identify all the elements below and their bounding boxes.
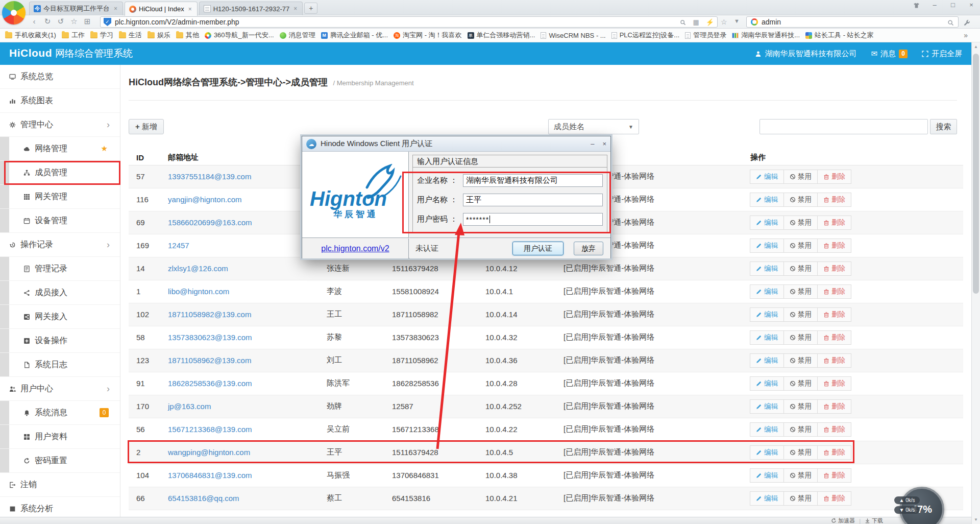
table-row[interactable]: 9118628258536@139.com陈洪军1862825853610.0.… bbox=[129, 372, 963, 395]
bookmark-item[interactable]: 其他 bbox=[176, 31, 199, 40]
search-icon[interactable] bbox=[947, 18, 954, 26]
accelerator-button[interactable]: 加速器 bbox=[831, 517, 855, 524]
edit-button[interactable]: 编辑 bbox=[750, 261, 784, 276]
email-link[interactable]: 13573830623@139.com bbox=[168, 333, 252, 342]
delete-button[interactable]: 删除 bbox=[817, 491, 851, 506]
disable-button[interactable]: 禁用 bbox=[783, 307, 818, 322]
sidebar-item-system-overview[interactable]: 系统总览 bbox=[0, 65, 120, 89]
disable-button[interactable]: 禁用 bbox=[783, 284, 818, 299]
delete-button[interactable]: 删除 bbox=[817, 399, 851, 414]
delete-button[interactable]: 删除 bbox=[817, 330, 851, 345]
disable-button[interactable]: 禁用 bbox=[783, 193, 818, 207]
messages-link[interactable]: ✉ 消息 0 bbox=[871, 49, 908, 59]
bookmark-item[interactable]: 管理员登录 bbox=[685, 31, 726, 40]
edit-button[interactable]: 编辑 bbox=[750, 422, 784, 437]
disable-button[interactable]: 禁用 bbox=[783, 376, 818, 391]
bookmark-item[interactable]: 娱乐 bbox=[148, 31, 170, 40]
email-link[interactable]: yangjin@hignton.com bbox=[168, 195, 241, 204]
page-scrollbar[interactable]: ▲ ▼ bbox=[971, 42, 980, 524]
browser-tab-3[interactable]: H120-1509-1617-2932-77 × bbox=[199, 2, 303, 15]
delete-button[interactable]: 删除 bbox=[817, 468, 851, 483]
edit-button[interactable]: 编辑 bbox=[750, 284, 784, 299]
tab-close-icon[interactable]: × bbox=[187, 6, 193, 13]
bookmark-item[interactable]: 腾讯企业邮箱 - 优... bbox=[321, 31, 388, 40]
delete-button[interactable]: 删除 bbox=[817, 353, 851, 368]
edit-button[interactable]: 编辑 bbox=[750, 170, 784, 184]
disable-button[interactable]: 禁用 bbox=[783, 445, 818, 460]
edit-button[interactable]: 编辑 bbox=[750, 216, 784, 230]
disable-button[interactable]: 禁用 bbox=[783, 399, 818, 414]
email-link[interactable]: 18711058962@139.com bbox=[168, 356, 251, 365]
member-search-input[interactable] bbox=[760, 119, 928, 134]
delete-button[interactable]: 删除 bbox=[817, 239, 851, 253]
bookmark-item[interactable]: 单仁合强移动营销... bbox=[468, 31, 535, 40]
delete-button[interactable]: 删除 bbox=[817, 422, 851, 437]
disable-button[interactable]: 禁用 bbox=[783, 261, 818, 276]
delete-button[interactable]: 删除 bbox=[817, 193, 851, 207]
authenticate-button[interactable]: 用户认证 bbox=[512, 242, 564, 255]
sidebar-item-user-profile[interactable]: 用户资料 bbox=[0, 425, 120, 449]
table-row[interactable]: 12318711058962@139.com刘工1871105896210.0.… bbox=[129, 349, 963, 372]
edit-button[interactable]: 编辑 bbox=[750, 307, 784, 322]
disable-button[interactable]: 禁用 bbox=[783, 353, 818, 368]
delete-button[interactable]: 删除 bbox=[817, 284, 851, 299]
sidebar-item-op-records[interactable]: 操作记录› bbox=[0, 233, 120, 257]
tab-close-icon[interactable]: × bbox=[113, 5, 118, 12]
disable-button[interactable]: 禁用 bbox=[783, 491, 818, 506]
table-row[interactable]: 10413706846831@139.com马振强1370684683110.0… bbox=[129, 464, 963, 487]
search-button[interactable]: 搜索 bbox=[930, 119, 957, 134]
sidebar-item-gateway-mgmt[interactable]: 网关管理 bbox=[0, 185, 120, 209]
bookmark-item[interactable]: 360导航_新一代安... bbox=[205, 31, 274, 40]
bookmarks-overflow-icon[interactable]: » bbox=[964, 31, 968, 39]
add-member-button[interactable]: + 新增 bbox=[129, 119, 164, 134]
table-row[interactable]: 14zlxlsy1@126.com张连新1511637942810.0.4.12… bbox=[129, 257, 963, 280]
sidebar-item-system-charts[interactable]: 系统图表 bbox=[0, 89, 120, 113]
company-name-input[interactable]: 湖南华辰智通科技有限公司 bbox=[463, 174, 603, 187]
dialog-minimize-icon[interactable]: – bbox=[591, 140, 594, 148]
bookmark-item[interactable]: PLC远程监控|设备... bbox=[611, 31, 680, 40]
delete-button[interactable]: 删除 bbox=[817, 307, 851, 322]
search-input[interactable]: admin bbox=[746, 16, 959, 28]
undo-icon[interactable]: ↺ bbox=[55, 17, 66, 26]
delete-button[interactable]: 删除 bbox=[817, 376, 851, 391]
disable-button[interactable]: 禁用 bbox=[783, 422, 818, 437]
table-row[interactable]: 5813573830623@139.com苏黎1357383062310.0.4… bbox=[129, 326, 963, 349]
bookmark-item[interactable]: 消息管理 bbox=[280, 31, 315, 40]
sidebar-item-system-logs[interactable]: 系统日志 bbox=[0, 353, 120, 377]
fullscreen-button[interactable]: 开启全屏 bbox=[922, 49, 962, 59]
delete-button[interactable]: 删除 bbox=[817, 216, 851, 230]
bookmark-item[interactable]: 学习 bbox=[90, 31, 113, 40]
refresh-icon[interactable]: ↻ bbox=[42, 17, 53, 26]
email-link[interactable]: zlxlsy1@126.com bbox=[168, 264, 228, 273]
browser-tab-2[interactable]: HiCloud | Index × bbox=[125, 2, 198, 16]
company-account[interactable]: 湖南华辰智通科技有限公司 bbox=[755, 49, 856, 59]
email-link[interactable]: 13937551184@139.com bbox=[168, 172, 251, 181]
sidebar-item-member-mgmt[interactable]: 成员管理 bbox=[0, 161, 120, 185]
sidebar-item-admin-records[interactable]: 管理记录 bbox=[0, 257, 120, 281]
bookmark-item[interactable]: 工作 bbox=[62, 31, 85, 40]
favorites-icon[interactable]: ☆ bbox=[68, 17, 80, 26]
back-icon[interactable]: ‹ bbox=[29, 17, 40, 26]
url-dropdown-icon[interactable]: ▼ bbox=[734, 18, 740, 24]
close-icon[interactable]: × bbox=[966, 1, 977, 9]
disable-button[interactable]: 禁用 bbox=[783, 239, 818, 253]
edit-button[interactable]: 编辑 bbox=[750, 399, 784, 414]
sidebar-item-network-mgmt[interactable]: 网络管理★ bbox=[0, 137, 120, 161]
table-row[interactable]: 10218711058982@139.com王工1871105898210.0.… bbox=[129, 303, 963, 326]
edit-button[interactable]: 编辑 bbox=[750, 468, 784, 483]
email-link[interactable]: 18628258536@139.com bbox=[168, 379, 252, 388]
scroll-up-icon[interactable]: ▲ bbox=[972, 42, 980, 51]
sidebar-item-device-ops[interactable]: 设备操作 bbox=[0, 329, 120, 353]
lightning-icon[interactable]: ⚡ bbox=[706, 18, 714, 26]
skin-icon[interactable] bbox=[911, 1, 922, 9]
zoom-icon[interactable] bbox=[680, 18, 686, 26]
table-row[interactable]: 5615671213368@139.com吴立前1567121336810.0.… bbox=[129, 418, 963, 441]
url-input[interactable]: ✓ plc.hignton.com/V2/admin-member.php ▦ … bbox=[100, 16, 718, 28]
browser-tab-1[interactable]: 今 今目标互联网工作平台 × bbox=[29, 2, 123, 15]
email-link[interactable]: 15671213368@139.com bbox=[168, 425, 252, 434]
edit-button[interactable]: 编辑 bbox=[750, 445, 784, 460]
sidebar-item-system-messages[interactable]: 系统消息0 bbox=[0, 401, 120, 425]
delete-button[interactable]: 删除 bbox=[817, 261, 851, 276]
disable-button[interactable]: 禁用 bbox=[783, 170, 818, 184]
bookmark-item[interactable]: 湖南华辰智通科技... bbox=[732, 31, 800, 40]
